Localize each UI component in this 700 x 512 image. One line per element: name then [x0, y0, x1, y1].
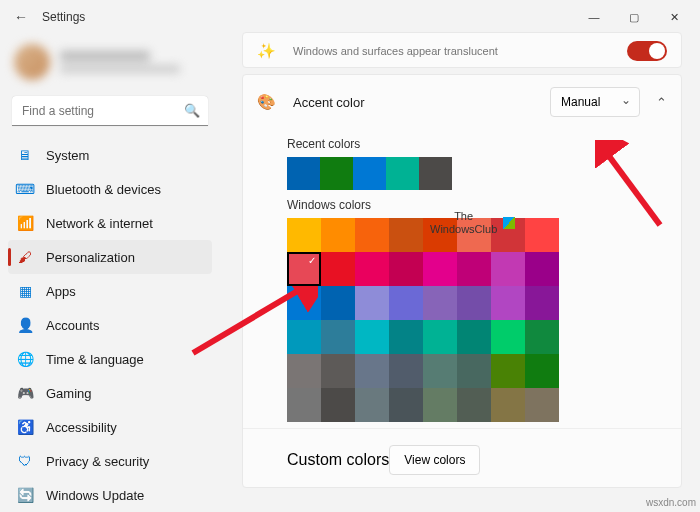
image-credit: wsxdn.com	[646, 497, 696, 508]
sidebar-item-accessibility[interactable]: ♿Accessibility	[8, 410, 212, 444]
view-colors-button[interactable]: View colors	[389, 445, 480, 475]
windows-swatch[interactable]	[389, 286, 423, 320]
windows-swatch[interactable]	[287, 252, 321, 286]
windows-swatch[interactable]	[355, 320, 389, 354]
windows-swatch[interactable]	[457, 286, 491, 320]
windows-swatch[interactable]	[287, 354, 321, 388]
nav-label: Personalization	[46, 250, 135, 265]
custom-colors-label: Custom colors	[287, 451, 389, 469]
transparency-icon: ✨	[257, 42, 279, 60]
windows-swatch[interactable]	[355, 388, 389, 422]
transparency-card[interactable]: ✨ Windows and surfaces appear translucen…	[242, 32, 682, 68]
windows-swatch[interactable]	[321, 320, 355, 354]
sidebar-item-system[interactable]: 🖥System	[8, 138, 212, 172]
windows-swatch[interactable]	[491, 354, 525, 388]
sidebar: 🔍 🖥System⌨Bluetooth & devices📶Network & …	[0, 34, 220, 512]
chevron-up-icon[interactable]: ⌃	[656, 95, 667, 110]
windows-swatch[interactable]	[525, 388, 559, 422]
windows-swatch[interactable]	[525, 218, 559, 252]
windows-swatch[interactable]	[423, 252, 457, 286]
windows-swatch[interactable]	[525, 320, 559, 354]
search-box[interactable]: 🔍	[12, 96, 208, 126]
search-input[interactable]	[12, 96, 208, 126]
recent-swatch[interactable]	[419, 157, 452, 190]
windows-swatch[interactable]	[389, 218, 423, 252]
nav-label: Time & language	[46, 352, 144, 367]
nav-icon: 🌐	[16, 350, 34, 368]
recent-swatch[interactable]	[320, 157, 353, 190]
sidebar-item-time-language[interactable]: 🌐Time & language	[8, 342, 212, 376]
titlebar: ← Settings — ▢ ✕	[0, 0, 700, 34]
nav-icon: ♿	[16, 418, 34, 436]
windows-swatch[interactable]	[287, 388, 321, 422]
windows-swatch[interactable]	[389, 354, 423, 388]
nav-icon: 📶	[16, 214, 34, 232]
windows-swatch[interactable]	[287, 286, 321, 320]
avatar	[14, 44, 50, 80]
windows-swatch[interactable]	[423, 354, 457, 388]
accent-mode-select[interactable]: Manual	[550, 87, 640, 117]
transparency-subtitle: Windows and surfaces appear translucent	[293, 45, 498, 57]
windows-swatch[interactable]	[389, 320, 423, 354]
windows-swatch[interactable]	[491, 388, 525, 422]
sidebar-item-windows-update[interactable]: 🔄Windows Update	[8, 478, 212, 504]
windows-swatch[interactable]	[423, 320, 457, 354]
sidebar-item-personalization[interactable]: 🖌Personalization	[8, 240, 212, 274]
sidebar-item-privacy-security[interactable]: 🛡Privacy & security	[8, 444, 212, 478]
minimize-button[interactable]: —	[574, 2, 614, 32]
nav-label: Windows Update	[46, 488, 144, 503]
palette-icon: 🎨	[257, 93, 279, 111]
maximize-button[interactable]: ▢	[614, 2, 654, 32]
windows-swatch[interactable]	[525, 286, 559, 320]
windows-swatch[interactable]	[355, 252, 389, 286]
nav-icon: 🔄	[16, 486, 34, 504]
nav-icon: 🖌	[16, 248, 34, 266]
sidebar-item-gaming[interactable]: 🎮Gaming	[8, 376, 212, 410]
windows-swatch[interactable]	[321, 218, 355, 252]
search-icon: 🔍	[184, 103, 200, 118]
windows-swatch[interactable]	[423, 388, 457, 422]
windows-swatch[interactable]	[525, 252, 559, 286]
sidebar-item-network-internet[interactable]: 📶Network & internet	[8, 206, 212, 240]
sidebar-item-apps[interactable]: ▦Apps	[8, 274, 212, 308]
windows-swatch[interactable]	[321, 286, 355, 320]
windows-swatch[interactable]	[457, 320, 491, 354]
recent-swatch[interactable]	[353, 157, 386, 190]
windows-swatch[interactable]	[491, 252, 525, 286]
windows-swatch[interactable]	[457, 388, 491, 422]
user-card[interactable]	[8, 34, 212, 90]
recent-swatch[interactable]	[287, 157, 320, 190]
windows-swatch[interactable]	[287, 320, 321, 354]
windows-swatch[interactable]	[355, 286, 389, 320]
windows-swatch[interactable]	[525, 354, 559, 388]
sidebar-item-accounts[interactable]: 👤Accounts	[8, 308, 212, 342]
back-button[interactable]: ←	[6, 2, 36, 32]
nav-label: Apps	[46, 284, 76, 299]
windows-flag-icon	[503, 217, 515, 229]
nav-icon: ▦	[16, 282, 34, 300]
windows-swatch[interactable]	[389, 388, 423, 422]
watermark: TheWindowsClub	[430, 210, 515, 236]
windows-swatch[interactable]	[491, 320, 525, 354]
windows-swatch[interactable]	[321, 252, 355, 286]
nav-icon: 🛡	[16, 452, 34, 470]
close-button[interactable]: ✕	[654, 2, 694, 32]
sidebar-item-bluetooth-devices[interactable]: ⌨Bluetooth & devices	[8, 172, 212, 206]
accent-color-row[interactable]: 🎨 Accent color Manual ⌃	[243, 75, 681, 129]
windows-swatch[interactable]	[355, 354, 389, 388]
windows-swatch[interactable]	[355, 218, 389, 252]
windows-swatch[interactable]	[457, 252, 491, 286]
windows-swatch[interactable]	[321, 388, 355, 422]
recent-colors-grid	[287, 157, 627, 190]
windows-swatch[interactable]	[389, 252, 423, 286]
windows-swatch[interactable]	[457, 354, 491, 388]
windows-swatch[interactable]	[287, 218, 321, 252]
nav-label: Accessibility	[46, 420, 117, 435]
windows-swatch[interactable]	[491, 286, 525, 320]
windows-swatch[interactable]	[423, 286, 457, 320]
recent-swatch[interactable]	[386, 157, 419, 190]
transparency-toggle[interactable]	[627, 41, 667, 61]
nav-list: 🖥System⌨Bluetooth & devices📶Network & in…	[8, 138, 212, 504]
windows-swatch[interactable]	[321, 354, 355, 388]
nav-icon: ⌨	[16, 180, 34, 198]
